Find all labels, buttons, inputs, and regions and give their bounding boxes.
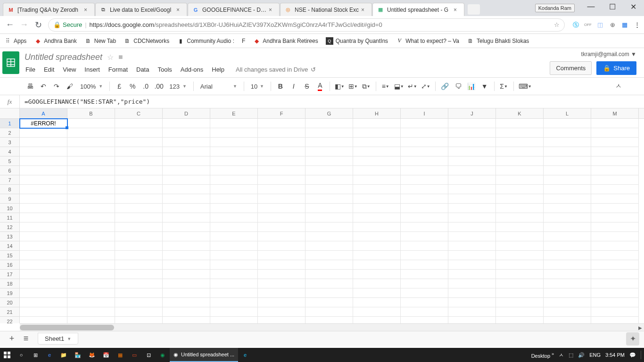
cell[interactable] <box>305 260 353 270</box>
cell[interactable] <box>20 166 67 175</box>
cell[interactable] <box>496 298 544 307</box>
rotate-button[interactable]: ⤢▼ <box>420 80 431 92</box>
cell[interactable] <box>448 128 496 138</box>
cell[interactable] <box>401 156 448 166</box>
col-header[interactable]: I <box>401 108 448 118</box>
cell[interactable] <box>305 222 353 232</box>
cell[interactable] <box>448 298 496 307</box>
decrease-decimal-button[interactable]: .0 <box>140 80 151 92</box>
cell[interactable] <box>401 279 448 288</box>
cell[interactable] <box>258 317 305 323</box>
cell[interactable] <box>496 270 544 279</box>
cell[interactable] <box>258 128 305 138</box>
cell[interactable] <box>591 241 639 251</box>
menu-insert[interactable]: Insert <box>81 64 104 75</box>
cell[interactable] <box>67 317 115 323</box>
task-view-button[interactable]: ⊞ <box>28 348 42 362</box>
cell[interactable] <box>20 270 67 279</box>
taskbar-app[interactable]: 🦊 <box>85 348 99 362</box>
cell[interactable] <box>20 156 67 166</box>
document-title[interactable]: Untitled spreadsheet <box>25 52 102 62</box>
cell[interactable] <box>115 288 163 298</box>
cell[interactable] <box>591 175 639 185</box>
cell[interactable] <box>20 128 67 138</box>
cell[interactable] <box>115 317 163 323</box>
cell[interactable] <box>448 288 496 298</box>
cell[interactable] <box>591 307 639 317</box>
sheets-logo[interactable] <box>0 48 22 77</box>
cell[interactable] <box>544 166 591 175</box>
user-email[interactable]: tkramji@gmail.com ▼ <box>581 51 636 58</box>
undo-button[interactable]: ↶ <box>38 80 49 92</box>
cell[interactable] <box>305 175 353 185</box>
cell[interactable] <box>163 232 210 241</box>
cell[interactable] <box>353 147 401 156</box>
cell-a1[interactable]: #ERROR! <box>20 119 67 128</box>
cell[interactable] <box>67 185 115 194</box>
taskbar-app[interactable]: ⊡ <box>141 348 156 362</box>
bookmark-item[interactable]: ▮Community Audio : <box>177 37 234 45</box>
cell[interactable] <box>258 175 305 185</box>
bold-button[interactable]: B <box>275 80 286 92</box>
cell[interactable] <box>496 194 544 204</box>
cell[interactable] <box>305 166 353 175</box>
cell[interactable] <box>353 119 401 128</box>
cell[interactable] <box>591 288 639 298</box>
row-header[interactable]: 21 <box>0 307 20 317</box>
cell[interactable] <box>163 175 210 185</box>
cell[interactable] <box>163 119 210 128</box>
cell[interactable] <box>353 175 401 185</box>
borders-button[interactable]: ⊞▼ <box>347 80 359 92</box>
chevron-down-icon[interactable]: ▼ <box>67 337 71 341</box>
cell[interactable] <box>448 213 496 222</box>
cell[interactable] <box>210 119 258 128</box>
cell[interactable] <box>448 270 496 279</box>
cell[interactable] <box>20 185 67 194</box>
row-header[interactable]: 14 <box>0 241 20 251</box>
cell[interactable] <box>210 307 258 317</box>
h-align-button[interactable]: ≡▼ <box>380 80 391 92</box>
cell[interactable] <box>67 204 115 213</box>
cell[interactable] <box>258 185 305 194</box>
cell[interactable] <box>163 185 210 194</box>
cell[interactable] <box>353 128 401 138</box>
explore-button[interactable]: ✦ <box>626 332 639 346</box>
cell[interactable] <box>210 185 258 194</box>
taskbar-app[interactable]: ▭ <box>127 348 141 362</box>
cell[interactable] <box>67 128 115 138</box>
cell[interactable] <box>258 288 305 298</box>
cell[interactable] <box>591 279 639 288</box>
cell[interactable] <box>20 232 67 241</box>
menu-format[interactable]: Format <box>105 64 132 75</box>
menu-edit[interactable]: Edit <box>40 64 58 75</box>
cell[interactable] <box>258 279 305 288</box>
cell[interactable] <box>163 279 210 288</box>
cell[interactable] <box>591 222 639 232</box>
row-header[interactable]: 4 <box>0 147 20 156</box>
col-header[interactable]: K <box>496 108 544 118</box>
menu-data[interactable]: Data <box>132 64 153 75</box>
cell[interactable] <box>544 156 591 166</box>
cell[interactable] <box>353 260 401 270</box>
cell[interactable] <box>353 185 401 194</box>
cell[interactable] <box>591 185 639 194</box>
cell[interactable] <box>210 213 258 222</box>
row-header[interactable]: 2 <box>0 128 20 138</box>
row-header[interactable]: 13 <box>0 232 20 241</box>
cell[interactable] <box>353 213 401 222</box>
cell[interactable] <box>353 251 401 260</box>
cell[interactable] <box>448 204 496 213</box>
cell[interactable] <box>305 119 353 128</box>
print-button[interactable]: 🖶 <box>25 80 36 92</box>
row-header[interactable]: 9 <box>0 194 20 204</box>
cell[interactable] <box>496 204 544 213</box>
cell[interactable] <box>305 251 353 260</box>
cell[interactable] <box>496 307 544 317</box>
cell[interactable] <box>591 232 639 241</box>
cell[interactable] <box>496 279 544 288</box>
cell[interactable] <box>163 317 210 323</box>
cell[interactable] <box>401 241 448 251</box>
formula-input[interactable]: =GOOGLEFINANCE("NSE:STAR","price") <box>20 98 644 105</box>
cell[interactable] <box>401 213 448 222</box>
cell[interactable] <box>210 251 258 260</box>
